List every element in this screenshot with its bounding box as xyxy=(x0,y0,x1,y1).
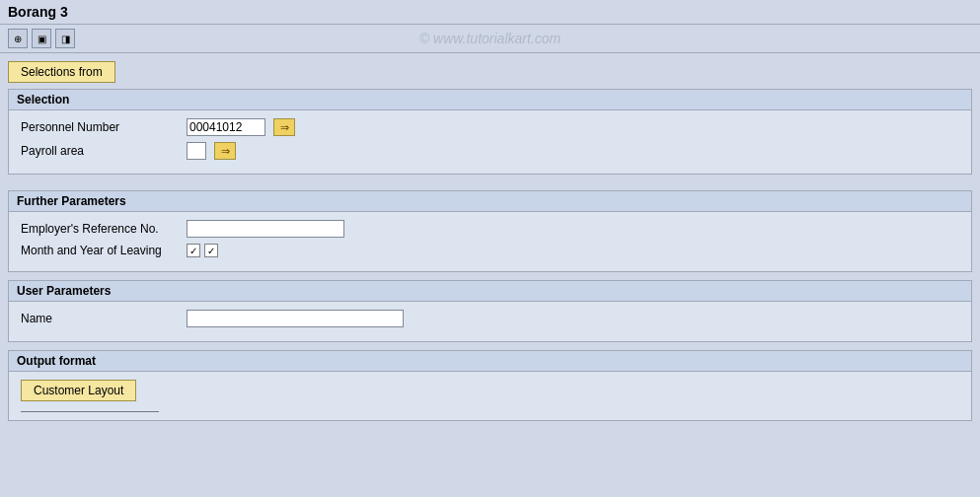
month-checkbox[interactable]: ✓ xyxy=(187,244,200,257)
employers-ref-row: Employer's Reference No. xyxy=(21,220,959,238)
month-year-label: Month and Year of Leaving xyxy=(21,244,179,257)
selections-from-button[interactable]: Selections from xyxy=(8,61,115,83)
name-row: Name xyxy=(21,310,959,327)
payroll-area-input[interactable] xyxy=(187,142,206,160)
further-parameters-section: Further Parameters Employer's Reference … xyxy=(8,190,972,272)
page-title: Borang 3 xyxy=(8,4,68,20)
further-parameters-body: Employer's Reference No. Month and Year … xyxy=(9,212,971,271)
month-year-checkboxes: ✓ ✓ xyxy=(187,244,218,257)
spacer1 xyxy=(8,182,972,190)
name-label: Name xyxy=(21,312,179,325)
forward-icon[interactable]: ◨ xyxy=(55,29,75,48)
output-format-body: Customer Layout xyxy=(9,372,971,420)
selection-section: Selection Personnel Number ⇒ Payroll are… xyxy=(8,89,972,175)
toolbar-icons: ⊕ ▣ ◨ xyxy=(8,29,75,48)
user-parameters-header: User Parameters xyxy=(9,281,971,302)
selection-section-body: Personnel Number ⇒ Payroll area ⇒ xyxy=(9,110,971,174)
user-parameters-body: Name xyxy=(9,302,971,341)
watermark-text: © www.tutorialkart.com xyxy=(419,31,561,46)
payroll-area-arrow-btn[interactable]: ⇒ xyxy=(214,142,236,160)
main-content: Selections from Selection Personnel Numb… xyxy=(0,53,980,437)
personnel-number-label: Personnel Number xyxy=(21,120,179,134)
customer-layout-button[interactable]: Customer Layout xyxy=(21,380,136,401)
selection-section-header: Selection xyxy=(9,90,971,110)
output-format-header: Output format xyxy=(9,351,971,372)
title-bar: Borang 3 xyxy=(0,0,980,25)
back-icon[interactable]: ⊕ xyxy=(8,29,28,48)
user-parameters-section: User Parameters Name xyxy=(8,280,972,342)
toolbar: ⊕ ▣ ◨ © www.tutorialkart.com xyxy=(0,25,980,53)
personnel-number-arrow-btn[interactable]: ⇒ xyxy=(273,118,295,136)
payroll-area-row: Payroll area ⇒ xyxy=(21,142,959,160)
year-checkbox[interactable]: ✓ xyxy=(204,244,218,257)
underline-decoration xyxy=(21,411,159,412)
personnel-number-row: Personnel Number ⇒ xyxy=(21,118,959,136)
name-input[interactable] xyxy=(187,310,404,327)
info-icon[interactable]: ▣ xyxy=(32,29,51,48)
output-format-section: Output format Customer Layout xyxy=(8,350,972,421)
personnel-number-input[interactable] xyxy=(187,118,265,136)
further-parameters-header: Further Parameters xyxy=(9,191,971,212)
payroll-area-label: Payroll area xyxy=(21,144,179,158)
employers-ref-input[interactable] xyxy=(187,220,344,238)
month-year-row: Month and Year of Leaving ✓ ✓ xyxy=(21,244,959,257)
employers-ref-label: Employer's Reference No. xyxy=(21,222,179,236)
